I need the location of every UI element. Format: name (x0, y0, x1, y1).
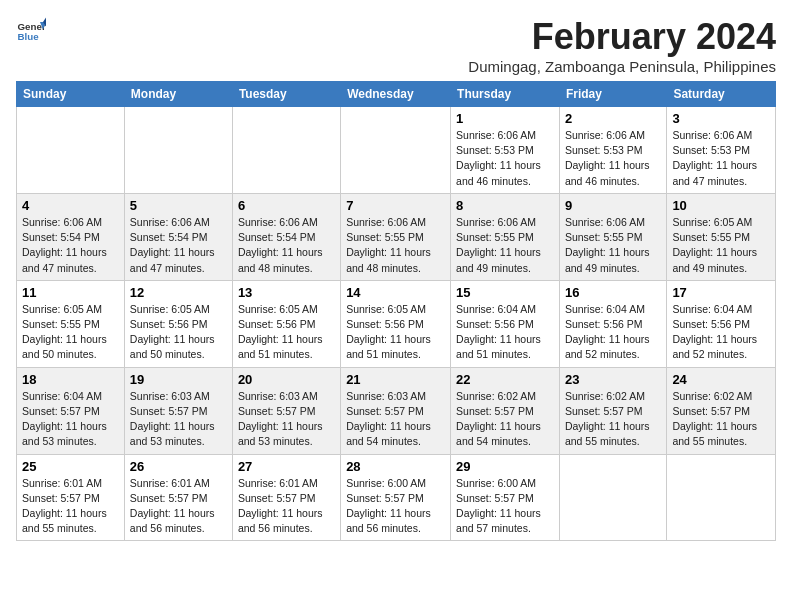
day-detail: Sunrise: 6:06 AMSunset: 5:54 PMDaylight:… (22, 215, 119, 276)
day-detail: Sunrise: 6:05 AMSunset: 5:56 PMDaylight:… (130, 302, 227, 363)
calendar-week-row: 25Sunrise: 6:01 AMSunset: 5:57 PMDayligh… (17, 454, 776, 541)
day-detail: Sunrise: 6:06 AMSunset: 5:54 PMDaylight:… (130, 215, 227, 276)
calendar-day-cell (17, 107, 125, 194)
day-number: 22 (456, 372, 554, 387)
day-detail: Sunrise: 6:01 AMSunset: 5:57 PMDaylight:… (238, 476, 335, 537)
calendar-day-cell: 8Sunrise: 6:06 AMSunset: 5:55 PMDaylight… (451, 193, 560, 280)
day-detail: Sunrise: 6:05 AMSunset: 5:56 PMDaylight:… (346, 302, 445, 363)
calendar-day-cell: 18Sunrise: 6:04 AMSunset: 5:57 PMDayligh… (17, 367, 125, 454)
calendar-day-cell (124, 107, 232, 194)
day-detail: Sunrise: 6:01 AMSunset: 5:57 PMDaylight:… (130, 476, 227, 537)
calendar-day-cell: 7Sunrise: 6:06 AMSunset: 5:55 PMDaylight… (341, 193, 451, 280)
day-detail: Sunrise: 6:05 AMSunset: 5:55 PMDaylight:… (672, 215, 770, 276)
day-number: 26 (130, 459, 227, 474)
calendar-day-cell: 23Sunrise: 6:02 AMSunset: 5:57 PMDayligh… (559, 367, 666, 454)
day-detail: Sunrise: 6:03 AMSunset: 5:57 PMDaylight:… (238, 389, 335, 450)
day-number: 15 (456, 285, 554, 300)
calendar-day-cell: 10Sunrise: 6:05 AMSunset: 5:55 PMDayligh… (667, 193, 776, 280)
day-number: 7 (346, 198, 445, 213)
day-detail: Sunrise: 6:04 AMSunset: 5:57 PMDaylight:… (22, 389, 119, 450)
day-detail: Sunrise: 6:06 AMSunset: 5:54 PMDaylight:… (238, 215, 335, 276)
column-header-saturday: Saturday (667, 82, 776, 107)
day-number: 16 (565, 285, 661, 300)
day-detail: Sunrise: 6:02 AMSunset: 5:57 PMDaylight:… (672, 389, 770, 450)
day-number: 23 (565, 372, 661, 387)
calendar-week-row: 4Sunrise: 6:06 AMSunset: 5:54 PMDaylight… (17, 193, 776, 280)
calendar-week-row: 11Sunrise: 6:05 AMSunset: 5:55 PMDayligh… (17, 280, 776, 367)
calendar-day-cell: 3Sunrise: 6:06 AMSunset: 5:53 PMDaylight… (667, 107, 776, 194)
column-header-monday: Monday (124, 82, 232, 107)
calendar-day-cell (559, 454, 666, 541)
calendar-day-cell: 27Sunrise: 6:01 AMSunset: 5:57 PMDayligh… (232, 454, 340, 541)
page-subtitle: Dumingag, Zamboanga Peninsula, Philippin… (468, 58, 776, 75)
day-detail: Sunrise: 6:06 AMSunset: 5:55 PMDaylight:… (565, 215, 661, 276)
calendar-day-cell: 16Sunrise: 6:04 AMSunset: 5:56 PMDayligh… (559, 280, 666, 367)
day-number: 24 (672, 372, 770, 387)
calendar-day-cell: 14Sunrise: 6:05 AMSunset: 5:56 PMDayligh… (341, 280, 451, 367)
calendar-day-cell: 11Sunrise: 6:05 AMSunset: 5:55 PMDayligh… (17, 280, 125, 367)
calendar-week-row: 18Sunrise: 6:04 AMSunset: 5:57 PMDayligh… (17, 367, 776, 454)
day-number: 5 (130, 198, 227, 213)
calendar-day-cell: 6Sunrise: 6:06 AMSunset: 5:54 PMDaylight… (232, 193, 340, 280)
calendar-table: SundayMondayTuesdayWednesdayThursdayFrid… (16, 81, 776, 541)
calendar-day-cell: 5Sunrise: 6:06 AMSunset: 5:54 PMDaylight… (124, 193, 232, 280)
calendar-day-cell: 4Sunrise: 6:06 AMSunset: 5:54 PMDaylight… (17, 193, 125, 280)
calendar-day-cell (667, 454, 776, 541)
day-number: 27 (238, 459, 335, 474)
day-detail: Sunrise: 6:06 AMSunset: 5:53 PMDaylight:… (565, 128, 661, 189)
day-number: 29 (456, 459, 554, 474)
calendar-day-cell: 25Sunrise: 6:01 AMSunset: 5:57 PMDayligh… (17, 454, 125, 541)
day-detail: Sunrise: 6:00 AMSunset: 5:57 PMDaylight:… (346, 476, 445, 537)
calendar-day-cell: 19Sunrise: 6:03 AMSunset: 5:57 PMDayligh… (124, 367, 232, 454)
day-number: 8 (456, 198, 554, 213)
calendar-header-row: SundayMondayTuesdayWednesdayThursdayFrid… (17, 82, 776, 107)
day-detail: Sunrise: 6:05 AMSunset: 5:55 PMDaylight:… (22, 302, 119, 363)
day-detail: Sunrise: 6:05 AMSunset: 5:56 PMDaylight:… (238, 302, 335, 363)
day-detail: Sunrise: 6:06 AMSunset: 5:53 PMDaylight:… (456, 128, 554, 189)
calendar-day-cell (232, 107, 340, 194)
day-detail: Sunrise: 6:06 AMSunset: 5:55 PMDaylight:… (346, 215, 445, 276)
calendar-day-cell: 26Sunrise: 6:01 AMSunset: 5:57 PMDayligh… (124, 454, 232, 541)
page-title: February 2024 (468, 16, 776, 58)
svg-text:Blue: Blue (18, 31, 40, 42)
logo-icon: General Blue (16, 16, 46, 46)
calendar-day-cell: 1Sunrise: 6:06 AMSunset: 5:53 PMDaylight… (451, 107, 560, 194)
day-detail: Sunrise: 6:03 AMSunset: 5:57 PMDaylight:… (130, 389, 227, 450)
day-detail: Sunrise: 6:03 AMSunset: 5:57 PMDaylight:… (346, 389, 445, 450)
day-detail: Sunrise: 6:01 AMSunset: 5:57 PMDaylight:… (22, 476, 119, 537)
day-number: 10 (672, 198, 770, 213)
day-detail: Sunrise: 6:06 AMSunset: 5:53 PMDaylight:… (672, 128, 770, 189)
logo: General Blue (16, 16, 46, 46)
day-detail: Sunrise: 6:02 AMSunset: 5:57 PMDaylight:… (456, 389, 554, 450)
title-area: February 2024 Dumingag, Zamboanga Penins… (468, 16, 776, 75)
column-header-sunday: Sunday (17, 82, 125, 107)
calendar-day-cell: 20Sunrise: 6:03 AMSunset: 5:57 PMDayligh… (232, 367, 340, 454)
calendar-day-cell: 17Sunrise: 6:04 AMSunset: 5:56 PMDayligh… (667, 280, 776, 367)
calendar-day-cell: 24Sunrise: 6:02 AMSunset: 5:57 PMDayligh… (667, 367, 776, 454)
day-number: 21 (346, 372, 445, 387)
calendar-day-cell: 13Sunrise: 6:05 AMSunset: 5:56 PMDayligh… (232, 280, 340, 367)
day-detail: Sunrise: 6:04 AMSunset: 5:56 PMDaylight:… (672, 302, 770, 363)
calendar-day-cell: 12Sunrise: 6:05 AMSunset: 5:56 PMDayligh… (124, 280, 232, 367)
calendar-day-cell: 29Sunrise: 6:00 AMSunset: 5:57 PMDayligh… (451, 454, 560, 541)
day-number: 4 (22, 198, 119, 213)
calendar-day-cell (341, 107, 451, 194)
day-number: 14 (346, 285, 445, 300)
day-detail: Sunrise: 6:04 AMSunset: 5:56 PMDaylight:… (565, 302, 661, 363)
day-number: 13 (238, 285, 335, 300)
day-number: 17 (672, 285, 770, 300)
page-header: General Blue February 2024 Dumingag, Zam… (16, 16, 776, 75)
column-header-thursday: Thursday (451, 82, 560, 107)
day-number: 18 (22, 372, 119, 387)
day-number: 1 (456, 111, 554, 126)
day-number: 25 (22, 459, 119, 474)
day-number: 2 (565, 111, 661, 126)
day-number: 6 (238, 198, 335, 213)
day-detail: Sunrise: 6:00 AMSunset: 5:57 PMDaylight:… (456, 476, 554, 537)
calendar-day-cell: 15Sunrise: 6:04 AMSunset: 5:56 PMDayligh… (451, 280, 560, 367)
calendar-day-cell: 22Sunrise: 6:02 AMSunset: 5:57 PMDayligh… (451, 367, 560, 454)
day-detail: Sunrise: 6:02 AMSunset: 5:57 PMDaylight:… (565, 389, 661, 450)
calendar-day-cell: 21Sunrise: 6:03 AMSunset: 5:57 PMDayligh… (341, 367, 451, 454)
calendar-day-cell: 9Sunrise: 6:06 AMSunset: 5:55 PMDaylight… (559, 193, 666, 280)
day-number: 12 (130, 285, 227, 300)
